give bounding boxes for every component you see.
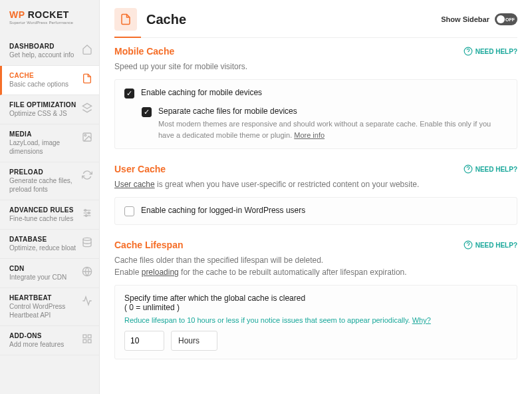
puzzle-icon	[82, 333, 92, 344]
globe-icon	[82, 266, 92, 277]
logo-rocket: ROCKET	[25, 9, 69, 20]
opt-desc: Most modern themes are responsive and sh…	[158, 118, 507, 140]
help-icon	[464, 47, 473, 56]
logo-tagline: Superior WordPress Performance	[9, 21, 92, 25]
nav-desc: Basic cache options	[9, 80, 78, 89]
sidebar-item-cache[interactable]: CacheBasic cache options	[0, 66, 99, 95]
svg-point-8	[83, 238, 91, 240]
nav-desc: LazyLoad, image dimensions	[9, 138, 78, 156]
main-content: Cache Show Sidebar OFF Mobile Cache NEED…	[100, 0, 532, 394]
cache-page-icon	[114, 8, 137, 31]
svg-point-1	[84, 134, 86, 136]
section-desc: Cache files older than the specified lif…	[114, 254, 517, 278]
help-icon	[464, 240, 473, 250]
nav-desc: Add more features	[9, 340, 78, 349]
home-icon	[82, 44, 92, 55]
svg-rect-10	[83, 335, 86, 338]
opt-label: Enable caching for mobile devices	[141, 88, 262, 97]
sidebar-item-dashboard[interactable]: DashboardGet help, account info	[0, 37, 99, 66]
nav-title: Advanced Rules	[9, 206, 78, 214]
enable-user-cache-checkbox[interactable]	[124, 206, 134, 216]
nav-title: Dashboard	[9, 43, 78, 50]
sidebar-item-advanced-rules[interactable]: Advanced RulesFine-tune cache rules	[0, 200, 99, 230]
page-header: Cache Show Sidebar OFF	[114, 8, 517, 38]
nav-title: Media	[9, 130, 78, 138]
sidebar-item-heartbeat[interactable]: HeartbeatControl WordPress Heartbeat API	[0, 288, 99, 326]
lifespan-hint: Reduce lifespan to 10 hours or less if y…	[124, 316, 507, 324]
logo-wp: WP	[9, 9, 25, 20]
nav-desc: Optimize CSS & JS	[9, 109, 78, 118]
svg-rect-13	[88, 339, 91, 343]
help-icon	[464, 164, 473, 174]
sidebar-item-database[interactable]: DatabaseOptimize, reduce bloat	[0, 230, 99, 259]
section-title: User Cache	[114, 164, 166, 174]
nav-title: CDN	[9, 265, 78, 272]
preloading-link[interactable]: preloading	[142, 268, 179, 277]
user-cache-options: Enable caching for logged-in WordPress u…	[114, 197, 517, 225]
svg-rect-12	[83, 339, 86, 343]
sidebar-item-cdn[interactable]: CDNIntegrate your CDN	[0, 259, 99, 288]
need-help-link[interactable]: NEED HELP?	[464, 240, 517, 250]
show-sidebar-toggle[interactable]: Show Sidebar OFF	[441, 13, 517, 25]
lifespan-unit-select[interactable]: Hours	[171, 331, 217, 351]
toggle-switch[interactable]: OFF	[495, 13, 517, 25]
nav-desc: Get help, account info	[9, 51, 78, 59]
mobile-cache-section: Mobile Cache NEED HELP? Speed up your si…	[114, 46, 517, 149]
nav-title: Add-ons	[9, 332, 78, 339]
database-icon	[82, 237, 92, 248]
nav-desc: Control WordPress Heartbeat API	[9, 302, 78, 319]
layers-icon	[82, 102, 92, 113]
lifespan-box-sub: ( 0 = unlimited )	[124, 303, 507, 312]
page-title: Cache	[146, 12, 186, 27]
section-title: Mobile Cache	[114, 46, 174, 57]
user-cache-link[interactable]: User cache	[114, 180, 155, 189]
section-title: Cache Lifespan	[114, 240, 183, 250]
user-cache-section: User Cache NEED HELP? User cache is grea…	[114, 164, 517, 225]
sliders-icon	[82, 208, 92, 218]
why-link[interactable]: Why?	[412, 316, 431, 324]
nav-desc: Fine-tune cache rules	[9, 214, 78, 223]
nav-title: Database	[9, 236, 78, 243]
file-icon	[82, 73, 92, 84]
section-desc: Speed up your site for mobile visitors.	[114, 61, 517, 73]
brand-logo: WP ROCKET Superior WordPress Performance	[0, 0, 99, 37]
lifespan-box-title: Specify time after which the global cach…	[124, 294, 507, 303]
lifespan-options: Specify time after which the global cach…	[114, 285, 517, 359]
opt-label: Enable caching for logged-in WordPress u…	[141, 206, 305, 215]
nav-title: File Optimization	[9, 101, 78, 108]
nav-desc: Optimize, reduce bloat	[9, 244, 78, 252]
nav-title: Heartbeat	[9, 294, 78, 301]
svg-rect-11	[88, 335, 91, 338]
section-desc: User cache is great when you have user-s…	[114, 178, 517, 190]
need-help-link[interactable]: NEED HELP?	[464, 47, 517, 56]
opt-label: Separate cache files for mobile devices	[158, 106, 507, 116]
cache-lifespan-section: Cache Lifespan NEED HELP? Cache files ol…	[114, 240, 517, 359]
sidebar: WP ROCKET Superior WordPress Performance…	[0, 0, 100, 394]
mobile-cache-options: Enable caching for mobile devices Separa…	[114, 79, 517, 149]
nav-title: Preload	[9, 168, 78, 176]
sidebar-item-preload[interactable]: PreloadGenerate cache files, preload fon…	[0, 162, 99, 200]
sidebar-item-media[interactable]: MediaLazyLoad, image dimensions	[0, 124, 99, 162]
enable-mobile-cache-checkbox[interactable]	[124, 89, 134, 98]
nav-title: Cache	[9, 72, 78, 79]
nav-desc: Generate cache files, preload fonts	[9, 176, 78, 194]
refresh-icon	[82, 170, 92, 180]
lifespan-value-input[interactable]	[124, 331, 164, 351]
need-help-link[interactable]: NEED HELP?	[464, 164, 517, 174]
more-info-link[interactable]: More info	[294, 131, 325, 139]
show-sidebar-label: Show Sidebar	[441, 15, 489, 23]
sidebar-nav: DashboardGet help, account info CacheBas…	[0, 37, 99, 355]
image-icon	[82, 132, 92, 142]
separate-cache-checkbox[interactable]	[142, 107, 152, 117]
heart-icon	[82, 296, 92, 306]
sidebar-item-file-optimization[interactable]: File OptimizationOptimize CSS & JS	[0, 95, 99, 124]
nav-desc: Integrate your CDN	[9, 273, 78, 282]
sidebar-item-addons[interactable]: Add-onsAdd more features	[0, 326, 99, 355]
